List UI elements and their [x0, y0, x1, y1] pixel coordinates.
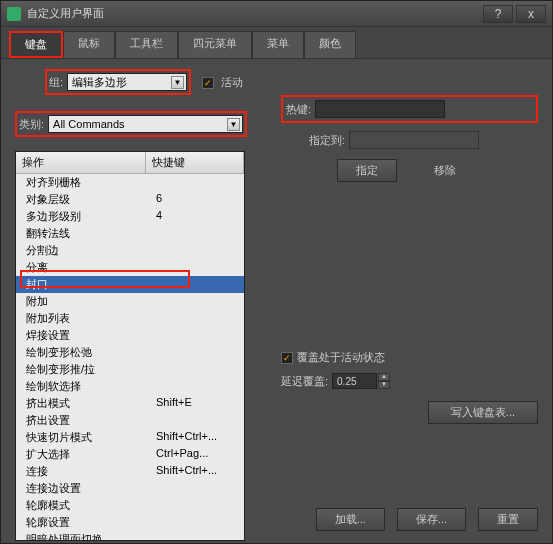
cell-shortcut: Shift+E [146, 396, 244, 411]
chevron-down-icon: ▼ [227, 118, 240, 131]
remove-button[interactable]: 移除 [415, 159, 475, 182]
category-combo[interactable]: All Commands ▼ [48, 115, 243, 133]
cell-action: 封口 [16, 277, 146, 292]
spinner-up-icon[interactable]: ▲ [378, 373, 390, 381]
cell-action: 焊接设置 [16, 328, 146, 343]
delay-value[interactable]: 0.25 [332, 373, 377, 389]
cell-action: 附加列表 [16, 311, 146, 326]
table-row[interactable]: 明暗处理面切换 [16, 531, 244, 540]
reset-button[interactable]: 重置 [478, 508, 538, 531]
tab-color[interactable]: 颜色 [304, 31, 356, 58]
cell-shortcut [146, 413, 244, 428]
cell-shortcut [146, 481, 244, 496]
cell-shortcut [146, 345, 244, 360]
category-value: All Commands [53, 118, 125, 130]
delay-label: 延迟覆盖: [281, 374, 328, 389]
col-action[interactable]: 操作 [16, 152, 146, 173]
assignto-box [349, 131, 479, 149]
close-button[interactable]: x [516, 5, 546, 23]
tab-mouse[interactable]: 鼠标 [63, 31, 115, 58]
table-row[interactable]: 分离 [16, 259, 244, 276]
hotkey-label: 热键: [286, 102, 311, 117]
cell-shortcut [146, 328, 244, 343]
table-row[interactable]: 挤出设置 [16, 412, 244, 429]
load-button[interactable]: 加载... [316, 508, 385, 531]
table-row[interactable]: 绘制变形松弛 [16, 344, 244, 361]
table-row[interactable]: 快速切片模式Shift+Ctrl+... [16, 429, 244, 446]
group-label: 组: [49, 75, 63, 90]
cell-action: 快速切片模式 [16, 430, 146, 445]
table-row[interactable]: 轮廓模式 [16, 497, 244, 514]
chevron-down-icon: ▼ [171, 76, 184, 89]
title-bar: 自定义用户界面 ? x [1, 1, 552, 27]
assign-button[interactable]: 指定 [337, 159, 397, 182]
table-row[interactable]: 封口 [16, 276, 244, 293]
table-row[interactable]: 附加列表 [16, 310, 244, 327]
group-value: 编辑多边形 [72, 75, 127, 90]
table-row[interactable]: 扩大选择Ctrl+Pag... [16, 446, 244, 463]
cell-shortcut [146, 243, 244, 258]
cell-action: 连接边设置 [16, 481, 146, 496]
cell-shortcut [146, 175, 244, 190]
cell-action: 多边形级别 [16, 209, 146, 224]
delay-spinner[interactable]: 0.25 ▲ ▼ [332, 373, 390, 389]
cell-shortcut: 4 [146, 209, 244, 224]
hotkey-input[interactable] [315, 100, 445, 118]
cell-shortcut [146, 379, 244, 394]
cell-action: 连接 [16, 464, 146, 479]
cell-shortcut [146, 277, 244, 292]
app-icon [7, 7, 21, 21]
table-row[interactable]: 绘制变形推/拉 [16, 361, 244, 378]
tab-toolbar[interactable]: 工具栏 [115, 31, 178, 58]
table-row[interactable]: 分割边 [16, 242, 244, 259]
table-row[interactable]: 翻转法线 [16, 225, 244, 242]
cell-action: 绘制变形松弛 [16, 345, 146, 360]
tab-quadmenu[interactable]: 四元菜单 [178, 31, 252, 58]
table-row[interactable]: 多边形级别4 [16, 208, 244, 225]
cell-shortcut [146, 294, 244, 309]
cell-action: 对象层级 [16, 192, 146, 207]
cell-shortcut [146, 498, 244, 513]
table-row[interactable]: 轮廓设置 [16, 514, 244, 531]
write-button[interactable]: 写入键盘表... [428, 401, 538, 424]
tab-menu[interactable]: 菜单 [252, 31, 304, 58]
bottom-buttons: 加载... 保存... 重置 [316, 508, 538, 531]
cell-action: 轮廓模式 [16, 498, 146, 513]
table-row[interactable]: 附加 [16, 293, 244, 310]
assignto-label: 指定到: [309, 133, 345, 148]
window-title: 自定义用户界面 [27, 6, 480, 21]
col-shortcut[interactable]: 快捷键 [146, 152, 244, 173]
help-button[interactable]: ? [483, 5, 513, 23]
list-header: 操作 快捷键 [16, 152, 244, 174]
table-row[interactable]: 连接Shift+Ctrl+... [16, 463, 244, 480]
cell-action: 分离 [16, 260, 146, 275]
panel-body: 组: 编辑多边形 ▼ ✓ 活动 类别: All Commands ▼ 操作 快捷… [1, 59, 552, 541]
table-row[interactable]: 绘制软选择 [16, 378, 244, 395]
list-body[interactable]: 对齐到栅格对象层级6多边形级别4翻转法线分割边分离封口附加附加列表焊接设置绘制变… [16, 174, 244, 540]
cell-action: 分割边 [16, 243, 146, 258]
table-row[interactable]: 对象层级6 [16, 191, 244, 208]
cell-action: 挤出设置 [16, 413, 146, 428]
override-checkbox[interactable]: ✓ [281, 352, 293, 364]
window: 自定义用户界面 ? x 键盘 鼠标 工具栏 四元菜单 菜单 颜色 组: 编辑多边… [0, 0, 553, 544]
cell-shortcut [146, 260, 244, 275]
save-button[interactable]: 保存... [397, 508, 466, 531]
cell-shortcut [146, 311, 244, 326]
override-label: 覆盖处于活动状态 [297, 350, 385, 365]
active-checkbox[interactable]: ✓ [202, 77, 214, 89]
group-combo[interactable]: 编辑多边形 ▼ [67, 73, 187, 91]
active-label: 活动 [221, 76, 243, 88]
action-list[interactable]: 操作 快捷键 对齐到栅格对象层级6多边形级别4翻转法线分割边分离封口附加附加列表… [15, 151, 245, 541]
table-row[interactable]: 挤出模式Shift+E [16, 395, 244, 412]
tab-keyboard[interactable]: 键盘 [9, 31, 63, 58]
cell-shortcut [146, 515, 244, 530]
cell-action: 扩大选择 [16, 447, 146, 462]
table-row[interactable]: 对齐到栅格 [16, 174, 244, 191]
table-row[interactable]: 焊接设置 [16, 327, 244, 344]
spinner-down-icon[interactable]: ▼ [378, 381, 390, 389]
table-row[interactable]: 连接边设置 [16, 480, 244, 497]
cell-action: 绘制软选择 [16, 379, 146, 394]
cell-shortcut: Shift+Ctrl+... [146, 464, 244, 479]
cell-action: 附加 [16, 294, 146, 309]
tabs: 键盘 鼠标 工具栏 四元菜单 菜单 颜色 [1, 27, 552, 59]
